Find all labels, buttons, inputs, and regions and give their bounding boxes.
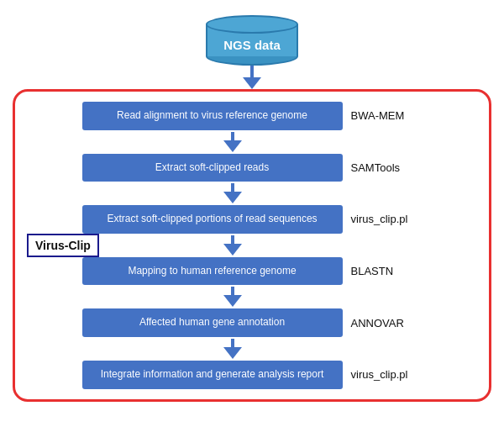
step-box-3: Mapping to human reference genome <box>82 257 343 286</box>
step-box-4: Affected human gene annotation <box>82 308 343 337</box>
step-box-1: Extract soft-clipped reads <box>82 154 343 182</box>
step-row-1: Extract soft-clipped readsSAMTools <box>24 154 480 182</box>
step-box-2: Extract soft-clipped portions of read se… <box>82 205 343 234</box>
step-tool-3: BLASTN <box>343 265 423 277</box>
step-tool-4: ANNOVAR <box>343 317 423 329</box>
arrow-shaft-3 <box>223 287 242 307</box>
arrow-3 <box>24 287 480 307</box>
step-row-2: Extract soft-clipped portions of read se… <box>24 205 480 234</box>
arrow-shaft-1 <box>223 183 242 203</box>
shaft-line-0 <box>231 132 234 140</box>
main-workflow-box: Virus-Clip Read alignment to virus refer… <box>13 89 491 402</box>
step-tool-1: SAMTools <box>343 161 423 174</box>
step-tool-0: BWA-MEM <box>343 109 423 122</box>
ngs-data-section: NGS data <box>206 15 298 89</box>
step-tool-2: virus_clip.pl <box>343 213 423 225</box>
step-row-5: Integrate information and generate analy… <box>24 361 480 389</box>
step-tool-5: virus_clip.pl <box>343 368 423 381</box>
arrow-head-0 <box>223 140 242 152</box>
step-row-4: Affected human gene annotationANNOVAR <box>24 308 480 337</box>
shaft-line-3 <box>231 287 234 295</box>
arrow-head-4 <box>223 347 242 359</box>
step-row-3: Mapping to human reference genomeBLASTN <box>24 257 480 286</box>
arrow-shaft-4 <box>223 339 242 359</box>
ngs-to-box-arrow <box>243 66 261 89</box>
ngs-label: NGS data <box>223 38 281 52</box>
arrow-shaft-line <box>250 66 254 77</box>
arrow-1 <box>24 183 480 203</box>
step-box-5: Integrate information and generate analy… <box>82 361 343 389</box>
arrow-head-2 <box>223 244 242 256</box>
step-box-0: Read alignment to virus reference genome <box>82 102 343 130</box>
shaft-line-2 <box>231 235 234 244</box>
arrow-0 <box>24 132 480 152</box>
shaft-line-4 <box>231 339 234 347</box>
step-row-0: Read alignment to virus reference genome… <box>24 102 480 130</box>
arrow-shaft-0 <box>223 132 242 152</box>
cylinder-top <box>206 15 298 34</box>
ngs-cylinder: NGS data <box>206 15 298 66</box>
arrow-head-1 <box>223 192 242 203</box>
arrow-4 <box>24 339 480 359</box>
arrow-head-3 <box>223 295 242 307</box>
arrow-head <box>243 77 261 89</box>
shaft-line-1 <box>231 183 234 192</box>
arrow-shaft-2 <box>223 235 242 256</box>
virus-clip-label: Virus-Clip <box>27 234 99 257</box>
